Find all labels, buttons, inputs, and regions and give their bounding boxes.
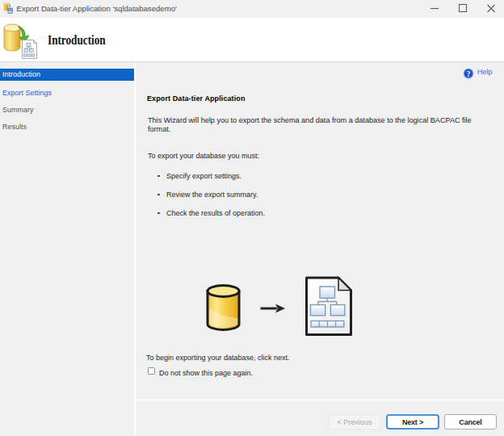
svg-text:?: ? — [467, 69, 471, 78]
